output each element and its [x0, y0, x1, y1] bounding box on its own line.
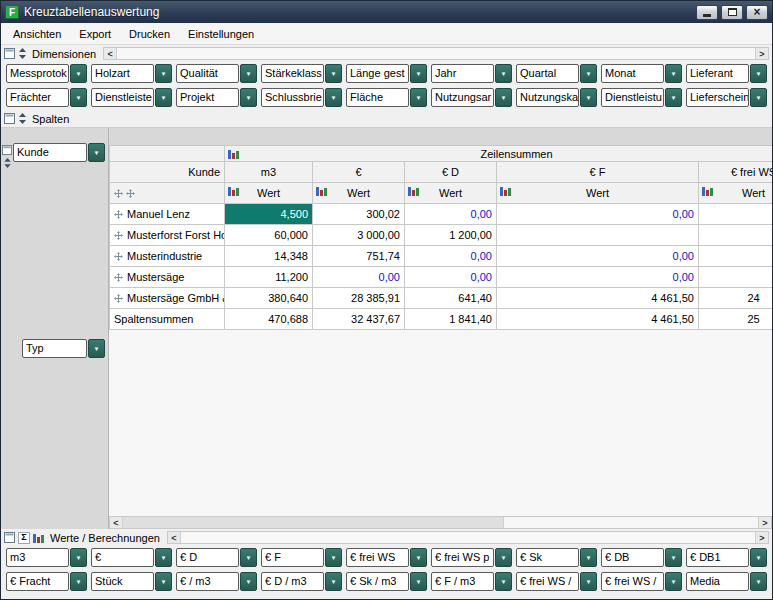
- dim-quartal[interactable]: Quartal▼: [516, 64, 597, 84]
- chevron-down-icon[interactable]: ▼: [410, 572, 427, 591]
- chevron-down-icon[interactable]: ▼: [240, 572, 257, 591]
- scroll-left-icon[interactable]: <: [104, 48, 117, 59]
- total-cell[interactable]: 32 437,67: [313, 309, 405, 330]
- panel-window-icon[interactable]: [2, 145, 12, 155]
- total-cell[interactable]: 25: [699, 309, 773, 330]
- value-eur-sk-per-m3[interactable]: € Sk / m3▼: [346, 572, 427, 592]
- dim-messprotokoll[interactable]: Messprotok▼: [6, 64, 87, 84]
- value-eur-d[interactable]: € D▼: [176, 548, 257, 568]
- kunde-column-header[interactable]: Kunde: [110, 162, 225, 183]
- value-cell[interactable]: 641,40: [405, 288, 497, 309]
- value-cell[interactable]: 1 200,00: [405, 225, 497, 246]
- values-scrollbar[interactable]: < >: [167, 531, 769, 544]
- chevron-down-icon[interactable]: ▼: [240, 64, 257, 83]
- sigma-icon[interactable]: Σ: [18, 532, 30, 544]
- dimensions-scrollbar[interactable]: < >: [103, 47, 769, 60]
- wert-header[interactable]: Wert: [313, 183, 405, 204]
- chevron-down-icon[interactable]: ▼: [495, 88, 512, 107]
- wert-header[interactable]: Wert: [225, 183, 313, 204]
- chevron-down-icon[interactable]: ▼: [495, 572, 512, 591]
- value-cell[interactable]: 24: [699, 288, 773, 309]
- value-cell[interactable]: 0,00: [405, 267, 497, 288]
- chevron-down-icon[interactable]: ▼: [240, 88, 257, 107]
- chevron-down-icon[interactable]: ▼: [665, 548, 682, 567]
- selected-cell[interactable]: 4,500: [225, 204, 313, 225]
- dim-nutzungskat[interactable]: Nutzungska▼: [516, 88, 597, 108]
- total-cell[interactable]: 4 461,50: [497, 309, 699, 330]
- scrollbar-track[interactable]: [117, 48, 755, 59]
- row-field-kunde[interactable]: Kunde▼: [13, 143, 105, 333]
- value-stueck[interactable]: Stück▼: [91, 572, 172, 592]
- chevron-down-icon[interactable]: ▼: [495, 64, 512, 83]
- chevron-down-icon[interactable]: ▼: [240, 548, 257, 567]
- chevron-down-icon[interactable]: ▼: [750, 64, 767, 83]
- value-cell[interactable]: 14,348: [225, 246, 313, 267]
- minimize-button[interactable]: [696, 5, 718, 20]
- scrollbar-track[interactable]: [123, 517, 758, 528]
- pivot-move-icon[interactable]: [114, 189, 123, 198]
- panel-window-icon[interactable]: [4, 48, 15, 59]
- chevron-down-icon[interactable]: ▼: [750, 88, 767, 107]
- value-eur-frei-ws-p[interactable]: € frei WS p▼: [431, 548, 512, 568]
- chevron-down-icon[interactable]: ▼: [410, 88, 427, 107]
- panel-window-icon[interactable]: [4, 532, 15, 543]
- value-cell[interactable]: [699, 246, 773, 267]
- chevron-down-icon[interactable]: ▼: [88, 339, 105, 358]
- chevron-down-icon[interactable]: ▼: [88, 143, 105, 162]
- scroll-left-icon[interactable]: <: [168, 532, 181, 543]
- dim-flaeche[interactable]: Fläche▼: [346, 88, 427, 108]
- value-cell[interactable]: 11,200: [225, 267, 313, 288]
- value-eur-f[interactable]: € F▼: [261, 548, 342, 568]
- chevron-down-icon[interactable]: ▼: [580, 88, 597, 107]
- dim-nutzungsart[interactable]: Nutzungsar▼: [431, 88, 512, 108]
- row-label-cell[interactable]: Manuel Lenz: [110, 204, 225, 225]
- chevron-down-icon[interactable]: ▼: [580, 64, 597, 83]
- wert-header[interactable]: Wert: [405, 183, 497, 204]
- total-cell[interactable]: 1 841,40: [405, 309, 497, 330]
- column-header-eur-d[interactable]: € D: [405, 162, 497, 183]
- chevron-down-icon[interactable]: ▼: [495, 548, 512, 567]
- chevron-down-icon[interactable]: ▼: [665, 572, 682, 591]
- dim-fraechter[interactable]: Frächter▼: [6, 88, 87, 108]
- value-eur-frei-ws-per-a[interactable]: € frei WS /▼: [516, 572, 597, 592]
- value-cell[interactable]: 751,74: [313, 246, 405, 267]
- value-eur-d-per-m3[interactable]: € D / m3▼: [261, 572, 342, 592]
- chevron-down-icon[interactable]: ▼: [750, 572, 767, 591]
- row-label-cell[interactable]: Musterindustrie: [110, 246, 225, 267]
- chevron-down-icon[interactable]: ▼: [70, 548, 87, 567]
- value-cell[interactable]: 0,00: [405, 246, 497, 267]
- value-cell[interactable]: 3 000,00: [313, 225, 405, 246]
- chevron-down-icon[interactable]: ▼: [325, 572, 342, 591]
- dim-projekt[interactable]: Projekt▼: [176, 88, 257, 108]
- dim-qualitaet[interactable]: Qualität▼: [176, 64, 257, 84]
- chevron-down-icon[interactable]: ▼: [665, 64, 682, 83]
- value-cell[interactable]: [699, 204, 773, 225]
- chevron-down-icon[interactable]: ▼: [155, 572, 172, 591]
- value-cell[interactable]: 0,00: [497, 246, 699, 267]
- chevron-down-icon[interactable]: ▼: [70, 572, 87, 591]
- value-eur[interactable]: €▼: [91, 548, 172, 568]
- value-eur-sk[interactable]: € Sk▼: [516, 548, 597, 568]
- dim-lieferschein[interactable]: Lieferschein▼: [686, 88, 767, 108]
- chevron-down-icon[interactable]: ▼: [750, 548, 767, 567]
- value-media[interactable]: Media▼: [686, 572, 767, 592]
- dim-dienstleistung[interactable]: Dienstleistu▼: [601, 88, 682, 108]
- dim-lieferant[interactable]: Lieferant▼: [686, 64, 767, 84]
- chevron-down-icon[interactable]: ▼: [580, 548, 597, 567]
- chevron-down-icon[interactable]: ▼: [155, 64, 172, 83]
- wert-header[interactable]: Wert: [497, 183, 699, 204]
- row-label-cell[interactable]: Mustersäge GmbH & co KG: [110, 288, 225, 309]
- column-header-eur[interactable]: €: [313, 162, 405, 183]
- column-header-m3[interactable]: m3: [225, 162, 313, 183]
- scrollbar-track[interactable]: [181, 532, 755, 543]
- maximize-button[interactable]: [721, 5, 743, 20]
- value-eur-frei-ws[interactable]: € frei WS▼: [346, 548, 427, 568]
- close-button[interactable]: ×: [746, 5, 768, 20]
- chart-icon[interactable]: [33, 533, 45, 543]
- value-cell[interactable]: [497, 225, 699, 246]
- chevron-down-icon[interactable]: ▼: [70, 88, 87, 107]
- row-label-cell[interactable]: Mustersäge: [110, 267, 225, 288]
- value-cell[interactable]: 380,640: [225, 288, 313, 309]
- value-cell[interactable]: 0,00: [405, 204, 497, 225]
- value-cell[interactable]: 0,00: [497, 267, 699, 288]
